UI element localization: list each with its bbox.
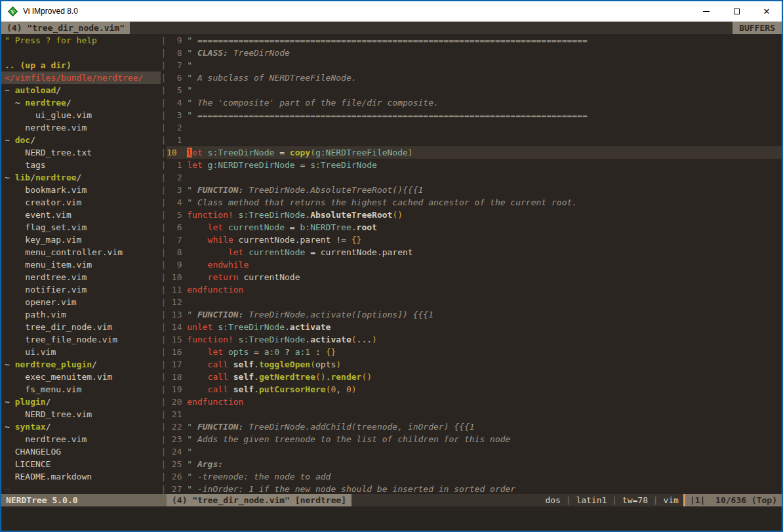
code-line[interactable]: 26" -treenode: the node to add <box>167 470 782 483</box>
code-line[interactable]: 21 <box>167 408 782 420</box>
tree-file-path-vim[interactable]: path.vim <box>1 308 161 321</box>
code-line[interactable]: 27" -inOrder: 1 if the new node should b… <box>167 483 782 494</box>
tree-file-nerd-tree-txt[interactable]: NERD_tree.txt <box>1 146 161 159</box>
tree-file-flag-set-vim[interactable]: flag_set.vim <box>1 221 161 234</box>
tab-tree-dir-node-vim[interactable]: (4) "tree_dir_node.vim" <box>1 22 130 34</box>
code-line[interactable]: 13" FUNCTION: TreeDirNode.activate([opti… <box>167 308 782 321</box>
code-line[interactable]: 9" =====================================… <box>167 34 782 47</box>
tree-file-tree-dir-node-vim[interactable]: tree_dir_node.vim <box>1 321 161 333</box>
token: = <box>285 222 300 232</box>
tree-file-readme-markdown[interactable]: README.markdown <box>1 470 161 483</box>
token: nerdtree.vim <box>5 272 87 282</box>
tree-file-notifier-vim[interactable]: notifier.vim <box>1 283 161 296</box>
tree-file-ui-glue-vim[interactable]: ui_glue.vim <box>1 109 161 121</box>
code-text: " <box>187 84 782 96</box>
tree-file-licence[interactable]: LICENCE <box>1 458 161 470</box>
token: endfunction <box>187 397 243 407</box>
tree-file-autoload-nerdtree-vim[interactable]: nerdtree.vim <box>1 121 161 134</box>
code-line[interactable]: 22" FUNCTION: TreeDirNode.addChild(treen… <box>167 420 782 433</box>
tree-root-path[interactable]: </vimfiles/bundle/nerdtree/ <box>1 72 161 84</box>
tree-up-dir[interactable]: .. (up a dir) <box>1 59 161 72</box>
code-line[interactable]: 6 let currentNode = b:NERDTree.root <box>167 221 782 234</box>
line-number: 7 <box>167 234 182 246</box>
command-line[interactable] <box>1 506 782 531</box>
tree-file-exec-menuitem-vim[interactable]: exec_menuitem.vim <box>1 371 161 383</box>
tree-file-tree-file-node-vim[interactable]: tree_file_node.vim <box>1 333 161 346</box>
code-line[interactable]: 23" Adds the given treenode to the list … <box>167 433 782 445</box>
line-number: 21 <box>167 408 182 420</box>
code-line[interactable]: 4" The 'composite' part of the file/dir … <box>167 96 782 109</box>
code-line[interactable]: 1let g:NERDTreeDirNode = s:TreeDirNode <box>167 159 782 171</box>
code-line[interactable]: 5function! s:TreeDirNode.AbsoluteTreeRoo… <box>167 209 782 221</box>
tree-file-syntax-nerdtree-vim[interactable]: nerdtree.vim <box>1 433 161 445</box>
code-text: return currentNode <box>187 271 782 283</box>
token: " Class method that returns the highest … <box>187 197 577 207</box>
tree-file-tags[interactable]: tags <box>1 159 161 171</box>
token: " -inOrder: 1 if the new node should be … <box>187 484 515 494</box>
tree-dir-autoload-nerdtree[interactable]: ~ nerdtree/ <box>1 96 161 109</box>
tree-file-ui-vim[interactable]: ui.vim <box>1 346 161 358</box>
token: g:NERDTreeDirNode <box>208 160 295 170</box>
code-line[interactable]: 25" Args: <box>167 458 782 470</box>
token: syntax <box>15 422 46 432</box>
window-separator[interactable]: | | | | | | | | | | | | | | | | | | | | … <box>161 34 167 494</box>
tree-file-opener-vim[interactable]: opener.vim <box>1 296 161 308</box>
token: nerdtree <box>25 98 66 108</box>
token: let <box>208 347 223 357</box>
line-number: 10 <box>167 271 182 283</box>
code-line[interactable]: 2 <box>167 121 782 134</box>
tree-file-creator-vim[interactable]: creator.vim <box>1 196 161 209</box>
code-line[interactable]: 4" Class method that returns the highest… <box>167 196 782 209</box>
code-line[interactable]: 19 call self.putCursorHere(0, 0) <box>167 383 782 396</box>
tree-file-nerd-tree-vim[interactable]: NERD_tree.vim <box>1 408 161 420</box>
code-line[interactable]: 6" A subclass of NERDTreeFileNode. <box>167 72 782 84</box>
code-line[interactable]: 1 <box>167 134 782 146</box>
code-line[interactable]: 3" =====================================… <box>167 109 782 121</box>
tree-file-lib-nerdtree-vim[interactable]: nerdtree.vim <box>1 271 161 283</box>
tree-file-fs-menu-vim[interactable]: fs_menu.vim <box>1 383 161 396</box>
code-line[interactable]: 18 call self.getNerdtree().render() <box>167 371 782 383</box>
tree-file-menu-item-vim[interactable]: menu_item.vim <box>1 258 161 271</box>
minimize-button[interactable] <box>691 1 721 21</box>
code-line[interactable]: 10 return currentNode <box>167 271 782 283</box>
tree-dir-lib-nerdtree[interactable]: ~ lib/nerdtree/ <box>1 171 161 184</box>
code-line[interactable]: 14unlet s:TreeDirNode.activate <box>167 321 782 333</box>
tree-dir-plugin[interactable]: ~ plugin/ <box>1 396 161 408</box>
editor-panel[interactable]: 9" =====================================… <box>167 34 782 494</box>
code-line[interactable]: 5" <box>167 84 782 96</box>
code-line[interactable]: 12 <box>167 296 782 308</box>
tree-file-changelog[interactable]: CHANGELOG <box>1 445 161 458</box>
code-line[interactable]: 10let s:TreeDirNode = copy(g:NERDTreeFil… <box>167 146 782 159</box>
code-line[interactable]: 20endfunction <box>167 396 782 408</box>
tree-dir-nerdtree-plugin[interactable]: ~ nerdtree_plugin/ <box>1 358 161 371</box>
code-line[interactable]: 8" CLASS: TreeDirNode <box>167 47 782 59</box>
statusline-flag: tw=78 <box>622 495 648 505</box>
code-line[interactable]: 7" <box>167 59 782 72</box>
code-line[interactable]: 17 call self.toggleOpen(opts) <box>167 358 782 371</box>
tree-dir-autoload[interactable]: ~ autoload/ <box>1 84 161 96</box>
code-line[interactable]: 15function! s:TreeDirNode.activate(...) <box>167 333 782 346</box>
tree-file-menu-controller-vim[interactable]: menu_controller.vim <box>1 246 161 258</box>
code-line[interactable]: 2 <box>167 171 782 184</box>
tree-dir-syntax[interactable]: ~ syntax/ <box>1 420 161 433</box>
token: activate <box>310 335 351 344</box>
tree-dir-doc[interactable]: ~ doc/ <box>1 134 161 146</box>
close-button[interactable]: ✕ <box>752 1 782 21</box>
line-number: 19 <box>167 383 182 396</box>
nerdtree-panel[interactable]: " Press ? for help.. (up a dir)</vimfile… <box>1 34 161 494</box>
titlebar: V Vi IMproved 8.0 ✕ <box>1 1 782 22</box>
code-line[interactable]: 3" FUNCTION: TreeDirNode.AbsoluteTreeRoo… <box>167 184 782 196</box>
code-line[interactable]: 9 endwhile <box>167 258 782 271</box>
code-text: " FUNCTION: TreeDirNode.addChild(treenod… <box>187 420 782 433</box>
code-line[interactable]: 7 while currentNode.parent != {} <box>167 234 782 246</box>
maximize-button[interactable] <box>721 1 752 21</box>
line-number: 5 <box>167 84 182 96</box>
line-number: 23 <box>167 433 182 445</box>
code-line[interactable]: 24" <box>167 445 782 458</box>
code-line[interactable]: 16 let opts = a:0 ? a:1 : {} <box>167 346 782 358</box>
tree-file-event-vim[interactable]: event.vim <box>1 209 161 221</box>
tree-file-bookmark-vim[interactable]: bookmark.vim <box>1 184 161 196</box>
tree-file-key-map-vim[interactable]: key_map.vim <box>1 234 161 246</box>
code-line[interactable]: 11endfunction <box>167 283 782 296</box>
code-line[interactable]: 8 let currentNode = currentNode.parent <box>167 246 782 258</box>
